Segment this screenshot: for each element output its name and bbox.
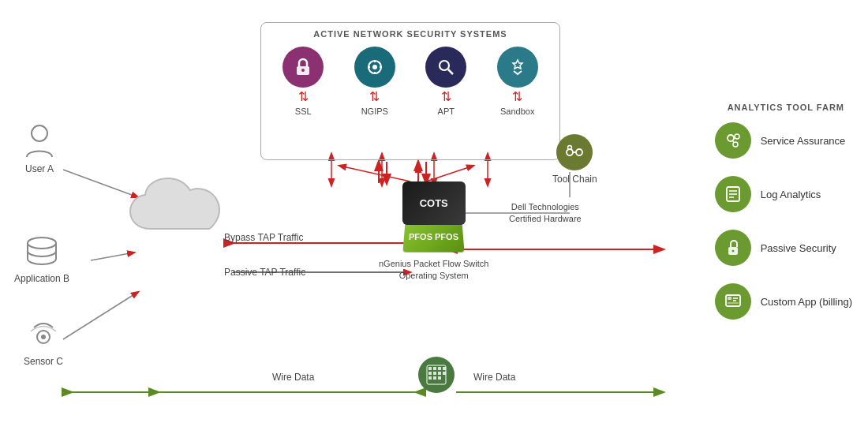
- svg-line-14: [339, 166, 410, 181]
- apt-label: APT: [438, 107, 455, 116]
- sensor-c-label: Sensor C: [24, 356, 63, 367]
- passive-tap-label: Passive TAP Traffic: [224, 267, 305, 278]
- svg-line-16: [426, 166, 473, 181]
- svg-rect-57: [728, 297, 731, 300]
- svg-point-46: [735, 134, 739, 139]
- svg-point-36: [32, 125, 47, 141]
- user-a-label: User A: [25, 163, 54, 174]
- svg-rect-64: [433, 367, 436, 370]
- passive-security-item: Passive Security: [715, 230, 852, 266]
- log-analytics-label: Log Analytics: [761, 189, 821, 200]
- svg-point-34: [440, 61, 449, 70]
- service-assurance-icon: [715, 122, 751, 159]
- apt-icon: [425, 47, 466, 88]
- ssl-arrow: ⇅: [298, 91, 309, 103]
- pfos-box: PFOS PFOS: [403, 223, 465, 253]
- custom-app-label: Custom App (billing): [761, 296, 852, 308]
- wire-data-right-label: Wire Data: [473, 372, 515, 383]
- svg-point-43: [568, 146, 572, 150]
- svg-line-48: [734, 137, 735, 138]
- pfos-label: PFOS PFOS: [409, 232, 459, 241]
- active-icons-row: ⇅ SSL ⇅ NGIPS: [268, 47, 553, 116]
- toolchain-icon: [556, 134, 593, 170]
- active-security-title: ACTIVE NETWORK SECURITY SYSTEMS: [268, 29, 553, 39]
- cots-container: COTS PFOS PFOS nGenius Packet Flow Switc…: [379, 181, 488, 282]
- cots-label: COTS: [420, 197, 448, 209]
- cots-box: COTS: [402, 181, 466, 225]
- svg-rect-68: [438, 372, 441, 375]
- svg-rect-63: [428, 367, 432, 370]
- svg-line-49: [733, 141, 734, 143]
- toolchain-container: Tool Chain: [552, 134, 597, 185]
- database-icon: [22, 237, 62, 270]
- ngips-arrow: ⇅: [369, 91, 380, 103]
- svg-line-4: [63, 292, 138, 339]
- user-icon: [24, 122, 55, 160]
- custom-app-item: Custom App (billing): [715, 283, 852, 320]
- svg-line-35: [448, 69, 453, 74]
- cloud-shape: [122, 174, 233, 253]
- svg-point-27: [301, 69, 305, 72]
- toolchain-label: Tool Chain: [552, 174, 597, 185]
- svg-rect-72: [443, 367, 446, 370]
- apt-icon-item: ⇅ APT: [425, 47, 466, 116]
- svg-point-29: [372, 65, 377, 69]
- ngips-label: NGIPS: [361, 107, 388, 116]
- ngips-icon: [354, 47, 395, 88]
- ssl-label: SSL: [295, 107, 312, 116]
- user-a-entity: User A: [24, 122, 55, 174]
- sensor-c-entity: Sensor C: [24, 320, 63, 367]
- svg-rect-66: [428, 372, 432, 375]
- bypass-tap-label: Bypass TAP Traffic: [224, 232, 304, 243]
- apt-arrow: ⇅: [441, 91, 451, 103]
- sandbox-icon: [497, 47, 538, 88]
- sandbox-label: Sandbox: [500, 107, 534, 116]
- passive-security-icon: [715, 230, 751, 266]
- ssl-icon: [282, 47, 324, 88]
- log-analytics-item: Log Analytics: [715, 176, 852, 212]
- application-b-entity: Application B: [14, 237, 69, 284]
- cots-description: nGenius Packet Flow Switch Operating Sys…: [379, 258, 488, 282]
- sensor-icon: [28, 320, 59, 353]
- svg-rect-70: [433, 376, 436, 380]
- main-diagram: ACTIVE NETWORK SECURITY SYSTEMS ⇅ SSL: [0, 0, 868, 434]
- wire-data-left-label: Wire Data: [272, 372, 314, 383]
- svg-rect-67: [433, 372, 436, 375]
- ngips-icon-item: ⇅ NGIPS: [354, 47, 395, 116]
- svg-point-45: [728, 135, 734, 141]
- svg-point-39: [41, 335, 46, 339]
- sandbox-arrow: ⇅: [512, 91, 522, 103]
- custom-app-icon: [715, 283, 751, 320]
- dell-label: Dell Technologies Certified Hardware: [509, 201, 582, 226]
- service-assurance-item: Service Assurance: [715, 122, 852, 159]
- wire-data-circle: [418, 357, 455, 393]
- svg-line-3: [91, 253, 134, 260]
- svg-point-55: [731, 250, 734, 253]
- svg-rect-71: [438, 376, 441, 380]
- sandbox-icon-item: ⇅ Sandbox: [497, 47, 538, 116]
- log-analytics-icon: [715, 176, 751, 212]
- service-assurance-label: Service Assurance: [761, 135, 846, 147]
- application-b-label: Application B: [14, 273, 69, 284]
- ssl-icon-item: ⇅ SSL: [282, 47, 324, 116]
- svg-point-41: [576, 149, 582, 155]
- svg-rect-69: [428, 376, 432, 380]
- passive-security-label: Passive Security: [761, 242, 836, 254]
- analytics-title: ANALYTICS TOOL FARM: [728, 103, 844, 112]
- svg-point-37: [28, 238, 56, 249]
- active-security-box: ACTIVE NETWORK SECURITY SYSTEMS ⇅ SSL: [260, 22, 560, 160]
- svg-rect-73: [443, 372, 446, 375]
- analytics-items: Service Assurance Log Analytics: [715, 122, 852, 320]
- svg-rect-65: [438, 367, 441, 370]
